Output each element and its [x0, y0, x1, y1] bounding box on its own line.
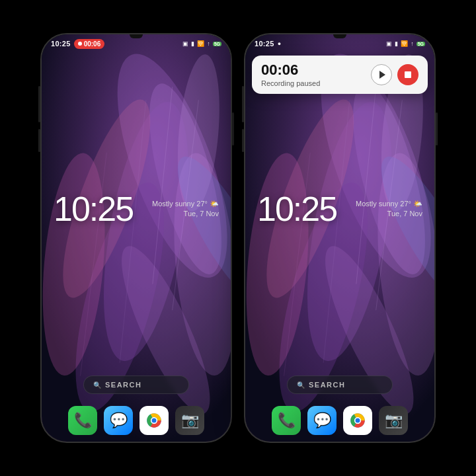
clock-widget-left: 10:25 Mostly sunny 27° 🌤️ Tue, 7 Nov — [48, 189, 224, 229]
status-time-right: 10:25 — [255, 40, 274, 48]
camera-icon: 📷 — [181, 412, 199, 429]
status-icons-left: ▣ ▮ 🛜 ↑ 5G — [182, 40, 221, 47]
weather-emoji-left: 🌤️ — [210, 200, 219, 208]
weather-widget-left: Mostly sunny 27° 🌤️ Tue, 7 Nov — [152, 199, 219, 219]
weather-condition-right: Mostly sunny 27° 🌤️ — [356, 199, 422, 209]
recording-pill: 00:06 — [74, 39, 105, 49]
chrome-icon — [145, 411, 163, 430]
recording-card-status: Recording paused — [261, 79, 320, 87]
recording-card: 00:06 Recording paused — [252, 56, 428, 94]
svg-point-43 — [356, 418, 360, 423]
dock-camera-right[interactable]: 📷 — [379, 406, 408, 435]
sim-icon-r: ▣ — [386, 40, 392, 47]
search-icon-right: 🔍 — [297, 381, 305, 389]
wifi-icon-r: 🛜 — [401, 40, 408, 47]
dock-left: 📞 💬 📷 — [68, 406, 204, 435]
stop-icon — [405, 71, 411, 78]
recording-card-info: 00:06 Recording paused — [261, 62, 320, 87]
search-label-right: SEARCH — [309, 381, 345, 389]
rec-dot — [78, 42, 82, 46]
dock-chrome-left[interactable] — [139, 406, 169, 435]
search-label-left: SEARCH — [105, 381, 141, 389]
status-time-left: 10:25 — [51, 40, 71, 48]
sim-icon: ▣ — [182, 40, 188, 47]
search-icon-left: 🔍 — [93, 381, 101, 389]
messages-icon: 💬 — [110, 412, 128, 429]
weather-date-left: Tue, 7 Nov — [152, 209, 219, 219]
battery-icon-r: ▮ — [395, 40, 398, 47]
5g-badge: 5G — [213, 42, 221, 46]
recording-card-controls — [371, 64, 418, 85]
dock-phone-left[interactable]: 📞 — [68, 406, 97, 435]
wifi-icon: 🛜 — [197, 40, 204, 47]
arrow-icon: ↑ — [207, 40, 210, 47]
dock-phone-right[interactable]: 📞 — [272, 406, 301, 435]
weather-emoji-right: 🌤️ — [413, 200, 422, 208]
chrome-icon-r — [348, 411, 367, 430]
clock-widget-right: 10:25 Mostly sunny 27° 🌤️ Tue, 7 Nov — [252, 189, 428, 229]
battery-icon: ▮ — [191, 40, 194, 47]
messages-icon-r: 💬 — [313, 412, 331, 429]
dock-messages-left[interactable]: 💬 — [104, 406, 133, 435]
status-dot-right: ● — [278, 40, 281, 47]
dock-camera-left[interactable]: 📷 — [175, 406, 204, 435]
dock-messages-right[interactable]: 💬 — [307, 406, 337, 435]
recording-time: 00:06 — [84, 40, 101, 48]
phone-icon-r: 📞 — [278, 412, 296, 429]
search-bar-left[interactable]: 🔍 SEARCH — [83, 376, 189, 394]
svg-point-21 — [152, 418, 157, 423]
recording-stop-button[interactable] — [397, 64, 418, 85]
arrow-icon-r: ↑ — [411, 40, 414, 47]
search-bar-right[interactable]: 🔍 SEARCH — [287, 376, 393, 394]
weather-date-right: Tue, 7 Nov — [356, 209, 422, 219]
camera-icon-r: 📷 — [385, 412, 403, 429]
phone-left: 10:25 00:06 ▣ ▮ 🛜 ↑ 5G 10:25 — [40, 33, 232, 443]
5g-badge-r: 5G — [416, 42, 425, 46]
recording-play-button[interactable] — [371, 64, 392, 85]
play-icon — [379, 71, 385, 79]
weather-widget-right: Mostly sunny 27° 🌤️ Tue, 7 Nov — [356, 199, 422, 219]
weather-condition-left: Mostly sunny 27° 🌤️ — [152, 199, 219, 209]
clock-display-right: 10:25 — [257, 189, 337, 229]
dock-chrome-right[interactable] — [343, 406, 372, 435]
phone-right: 10:25 ● ▣ ▮ 🛜 ↑ 5G 00:06 Recording pause… — [244, 33, 436, 443]
status-icons-right: ▣ ▮ 🛜 ↑ 5G — [386, 40, 425, 47]
clock-display-left: 10:25 — [54, 189, 133, 229]
dock-right: 📞 💬 📷 — [272, 406, 408, 435]
recording-card-time: 00:06 — [261, 62, 320, 78]
phone-icon: 📞 — [74, 412, 92, 429]
